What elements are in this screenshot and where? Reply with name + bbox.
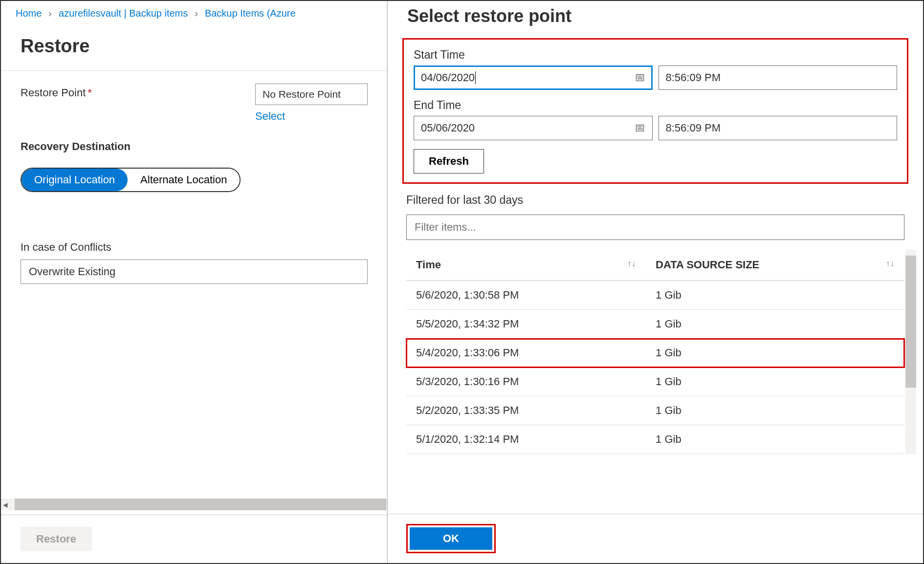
restore-button: Restore [21, 527, 92, 551]
page-title: Restore [1, 26, 387, 70]
table-row[interactable]: 5/1/2020, 1:32:14 PM1 Gib [406, 425, 904, 454]
end-date-input[interactable]: 05/06/2020 📅︎ [414, 116, 653, 140]
column-header-time[interactable]: Time↑↓ [406, 250, 646, 281]
scrollbar-thumb[interactable] [15, 499, 386, 510]
table-row[interactable]: 5/3/2020, 1:30:16 PM1 Gib [406, 368, 904, 396]
table-row[interactable]: 5/5/2020, 1:34:32 PM1 Gib [406, 310, 904, 339]
filtered-status-text: Filtered for last 30 days [406, 194, 904, 207]
select-restore-point-panel: Select restore point Start Time 04/06/20… [387, 1, 923, 563]
time-filter-section: Start Time 04/06/2020 📅︎ 8:56:09 PM End … [402, 38, 908, 184]
start-time-input[interactable]: 8:56:09 PM [659, 65, 898, 90]
ok-button[interactable]: OK [410, 527, 492, 550]
breadcrumb-vault[interactable]: azurefilesvault | Backup items [59, 8, 188, 19]
restore-point-value: No Restore Point [255, 84, 368, 105]
restore-point-label: Restore Point* [21, 84, 255, 99]
chevron-left-icon: ◂ [3, 499, 8, 510]
vertical-scrollbar[interactable] [905, 250, 916, 454]
table-row-selected[interactable]: 5/4/2020, 1:33:06 PM1 Gib [406, 339, 904, 368]
breadcrumb-home[interactable]: Home [16, 8, 42, 19]
filter-items-input[interactable] [406, 215, 904, 240]
restore-points-table: Time↑↓ DATA SOURCE SIZE↑↓ 5/6/2020, 1:30… [406, 250, 904, 454]
table-row[interactable]: 5/6/2020, 1:30:58 PM1 Gib [406, 281, 904, 310]
refresh-button[interactable]: Refresh [414, 149, 484, 174]
start-date-input[interactable]: 04/06/2020 📅︎ [414, 65, 653, 90]
calendar-icon[interactable]: 📅︎ [635, 122, 645, 134]
chevron-right-icon: › [195, 8, 198, 19]
sort-icon[interactable]: ↑↓ [886, 259, 895, 269]
select-restore-point-link[interactable]: Select [255, 110, 285, 123]
conflicts-label: In case of Conflicts [21, 241, 368, 254]
start-time-label: Start Time [414, 48, 897, 62]
breadcrumb: Home › azurefilesvault | Backup items › … [1, 1, 387, 26]
bottom-bar: Restore [1, 515, 387, 563]
scrollbar-thumb[interactable] [905, 256, 916, 388]
conflicts-dropdown[interactable]: Overwrite Existing [21, 260, 368, 284]
horizontal-scrollbar[interactable]: ◂ [1, 499, 387, 510]
toggle-original-location[interactable]: Original Location [22, 169, 128, 191]
table-row[interactable]: 5/2/2020, 1:33:35 PM1 Gib [406, 396, 904, 425]
panel-title: Select restore point [388, 1, 923, 38]
column-header-size[interactable]: DATA SOURCE SIZE↑↓ [646, 250, 904, 281]
recovery-destination-label: Recovery Destination [21, 140, 368, 153]
panel-bottom-bar: OK [388, 514, 923, 563]
breadcrumb-backup-items[interactable]: Backup Items (Azure [205, 8, 296, 19]
toggle-alternate-location[interactable]: Alternate Location [128, 169, 240, 191]
end-time-input[interactable]: 8:56:09 PM [659, 116, 898, 140]
recovery-destination-toggle: Original Location Alternate Location [21, 168, 241, 192]
sort-icon[interactable]: ↑↓ [627, 259, 636, 269]
calendar-icon[interactable]: 📅︎ [635, 71, 645, 84]
chevron-right-icon: › [48, 8, 52, 19]
end-time-label: End Time [414, 99, 897, 112]
